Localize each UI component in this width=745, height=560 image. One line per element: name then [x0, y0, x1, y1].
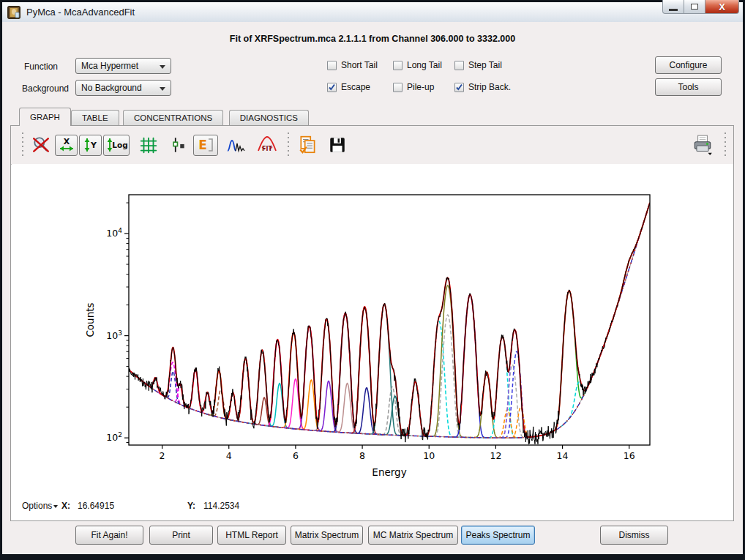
svg-text:4: 4 — [226, 450, 232, 461]
close-icon: X — [719, 1, 725, 12]
checkbox-label: Pile-up — [407, 82, 434, 92]
function-combobox[interactable]: Mca Hypermet — [75, 58, 171, 74]
svg-text:FIT: FIT — [262, 146, 272, 152]
checkbox-long-tail[interactable]: Long Tail — [393, 60, 442, 70]
toolbar-separator — [724, 132, 726, 157]
mc-matrix-spectrum-button[interactable]: MC Matrix Spectrum — [368, 526, 458, 545]
chevron-down-icon — [53, 505, 58, 508]
unchecked-checkbox-icon — [393, 61, 403, 70]
html-report-button[interactable]: HTML Report — [217, 526, 286, 545]
peaks-spectrum-button[interactable]: Peaks Spectrum — [461, 526, 535, 545]
function-value: Mca Hypermet — [81, 61, 138, 71]
svg-text:Y: Y — [90, 141, 97, 150]
tools-button[interactable]: Tools — [655, 78, 722, 96]
y-axis-label: Counts — [84, 302, 96, 337]
pymca-window: { "window": { "title": "PyMca - McaAdvan… — [0, 0, 745, 560]
x-autoscale-button[interactable]: X — [55, 135, 78, 156]
peak-markers-button[interactable] — [165, 134, 190, 156]
minimize-button[interactable] — [662, 0, 684, 14]
x-autoscale-icon: X — [57, 135, 76, 154]
unchecked-checkbox-icon — [454, 61, 464, 70]
log-scale-button[interactable]: Log — [103, 135, 130, 156]
fit-components-icon — [226, 135, 247, 154]
fit-again-button[interactable]: Fit Again! — [75, 526, 143, 545]
function-label: Function — [24, 61, 58, 72]
window-controls: X — [662, 0, 739, 14]
y-autoscale-button[interactable]: Y — [79, 135, 102, 156]
checkbox-label: Step Tail — [468, 60, 502, 70]
background-combobox[interactable]: No Background — [75, 80, 171, 96]
minimize-icon — [669, 9, 678, 11]
grid-toggle-button[interactable] — [136, 134, 161, 156]
svg-text:14: 14 — [557, 450, 569, 461]
background-label: Background — [22, 83, 69, 94]
restore-button[interactable] — [684, 0, 705, 14]
svg-text:2: 2 — [160, 450, 165, 461]
close-button[interactable]: X — [705, 0, 739, 14]
svg-text:Log: Log — [112, 141, 127, 149]
matrix-spectrum-button[interactable]: Matrix Spectrum — [291, 526, 363, 545]
energy-icon: E — [195, 135, 216, 154]
fit-icon: FIT — [256, 135, 278, 154]
tab-graph[interactable]: GRAPH — [19, 108, 71, 126]
window-title: PyMca - McaAdvancedFit — [26, 7, 135, 18]
checked-checkbox-icon — [454, 83, 464, 92]
checkbox-label: Short Tail — [341, 60, 378, 70]
restore-icon — [691, 4, 698, 10]
cursor-y-label: Y: — [187, 501, 195, 511]
chevron-down-icon — [160, 65, 165, 69]
x-axis-label: Energy — [372, 466, 406, 478]
graph-toolbar: X Y Log — [11, 126, 733, 165]
print-graph-button[interactable] — [688, 134, 717, 156]
configure-button[interactable]: Configure — [655, 56, 722, 74]
save-icon — [328, 135, 347, 154]
svg-text:8: 8 — [359, 450, 365, 461]
svg-text:E: E — [198, 138, 207, 152]
save-plot-button[interactable] — [325, 134, 350, 156]
dismiss-button[interactable]: Dismiss — [600, 526, 668, 545]
checkbox-label: Strip Back. — [468, 82, 511, 92]
svg-text:10: 10 — [423, 450, 435, 461]
tab-concentrations[interactable]: CONCENTRATIONS — [123, 110, 223, 125]
svg-text:6: 6 — [293, 450, 299, 461]
printer-icon — [692, 134, 714, 156]
title-bar[interactable]: PyMca - McaAdvancedFit — [2, 2, 743, 23]
spectrum-chart[interactable]: 246810121416102103104EnergyCounts — [12, 164, 733, 498]
graph-status-row: Options X: 16.64915 Y: 114.2534 — [0, 501, 732, 514]
svg-text:X: X — [63, 137, 70, 146]
y-autoscale-icon: Y — [81, 135, 100, 154]
reset-zoom-button[interactable] — [30, 134, 52, 156]
copy-plot-button[interactable] — [296, 134, 321, 156]
svg-text:12: 12 — [490, 450, 501, 461]
checkbox-pile-up[interactable]: Pile-up — [393, 82, 434, 92]
tab-table[interactable]: TABLE — [71, 110, 119, 125]
cursor-x-value: 16.64915 — [78, 501, 114, 511]
checkbox-strip-back[interactable]: Strip Back. — [454, 82, 511, 92]
checkbox-escape[interactable]: Escape — [327, 82, 370, 92]
checkbox-short-tail[interactable]: Short Tail — [327, 60, 378, 70]
tab-diagnostics[interactable]: DIAGNOSTICS — [229, 110, 309, 125]
log-scale-icon: Log — [105, 135, 128, 154]
svg-text:16: 16 — [624, 450, 635, 461]
energy-toggle-button[interactable]: E — [193, 135, 218, 156]
print-button[interactable]: Print — [149, 526, 213, 545]
fit-button[interactable]: FIT — [254, 134, 280, 156]
unchecked-checkbox-icon — [327, 61, 337, 70]
fit-components-button[interactable] — [223, 134, 250, 156]
peak-markers-icon — [168, 135, 187, 154]
checkbox-label: Escape — [341, 82, 370, 92]
toolbar-separator — [287, 132, 289, 157]
zoom-reset-icon — [31, 135, 50, 154]
options-menu[interactable]: Options — [22, 501, 58, 511]
grid-icon — [139, 135, 158, 154]
checkbox-label: Long Tail — [407, 60, 442, 70]
cursor-x-label: X: — [61, 501, 70, 511]
cursor-y-value: 114.2534 — [203, 501, 239, 511]
app-icon — [7, 6, 20, 19]
unchecked-checkbox-icon — [393, 83, 403, 92]
copy-icon — [298, 135, 318, 155]
checked-checkbox-icon — [327, 83, 337, 92]
background-value: No Background — [81, 83, 142, 93]
toolbar-handle[interactable] — [21, 132, 23, 157]
checkbox-step-tail[interactable]: Step Tail — [454, 60, 502, 70]
